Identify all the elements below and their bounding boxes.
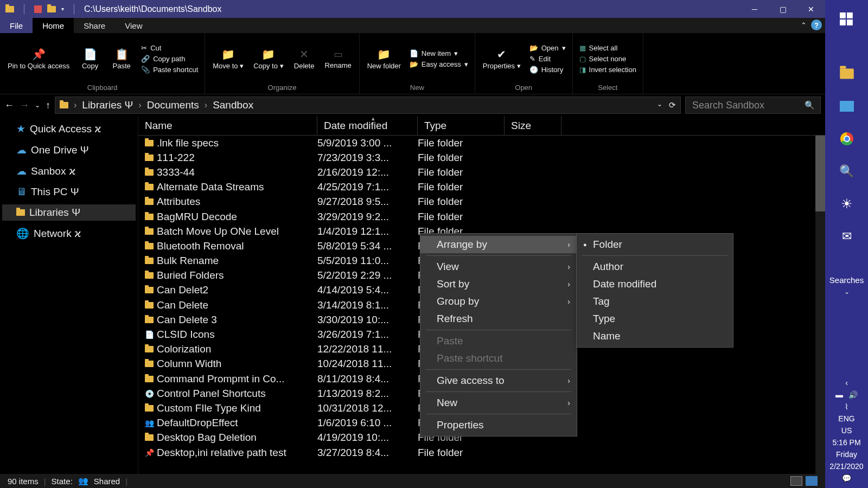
tray-time[interactable]: 5:16 PM [832, 438, 860, 447]
rename-button[interactable]: ▭Rename [322, 35, 355, 82]
file-row[interactable]: BagMRU Decode3/29/2019 9:2...File folder [138, 209, 825, 224]
taskbar-explorer[interactable] [832, 59, 862, 89]
select-none-button[interactable]: ▢Select none [577, 54, 639, 63]
start-button[interactable] [832, 4, 862, 35]
tree-this-pc[interactable]: 🖥This PC Ψ [2, 184, 136, 200]
view-details-button[interactable] [790, 476, 802, 486]
sub-author[interactable]: Author [577, 258, 733, 275]
status-item-count: 90 items [8, 477, 39, 486]
taskbar-searches-label[interactable]: Searches [829, 275, 864, 285]
easy-access-button[interactable]: 📂Easy access ▾ [407, 60, 470, 69]
cut-button[interactable]: ✂Cut [139, 43, 200, 53]
open-button[interactable]: 📂Open ▾ [527, 43, 568, 53]
edit-button[interactable]: ✎Edit [527, 54, 568, 63]
delete-button[interactable]: ✕Delete [290, 35, 318, 82]
wifi-icon[interactable]: ⌇ [845, 402, 848, 411]
file-row[interactable]: 111-2227/23/2019 3:3...File folder [138, 150, 825, 165]
search-input[interactable]: Search Sandbox 🔍 [685, 97, 821, 114]
properties-button[interactable]: ✔Properties ▾ [480, 35, 524, 82]
sub-date-modified[interactable]: Date modified [577, 275, 733, 293]
action-center-icon[interactable]: 💬 [842, 474, 851, 483]
ctx-sort-by[interactable]: Sort by› [420, 275, 577, 293]
select-all-button[interactable]: ▦Select all [577, 43, 639, 53]
tray-back-icon[interactable]: ‹ [845, 378, 848, 387]
file-row[interactable]: Alternate Data Streams4/25/2019 7:1...Fi… [138, 180, 825, 195]
forward-button[interactable]: → [20, 100, 29, 111]
ctx-view[interactable]: View› [420, 258, 577, 275]
tray-day[interactable]: Friday [836, 450, 857, 459]
crumb-libraries[interactable]: Libraries Ψ [82, 99, 133, 111]
column-header-type[interactable]: Type [418, 116, 505, 135]
history-button[interactable]: 🕘History [527, 65, 568, 74]
file-row[interactable]: Attributes9/27/2018 9:5...File folder [138, 195, 825, 209]
ctx-arrange-by[interactable]: Arrange by› [420, 236, 577, 253]
tree-onedrive[interactable]: ☁One Drive Ψ [2, 142, 136, 158]
tab-home[interactable]: Home [33, 18, 74, 33]
tree-libraries[interactable]: Libraries Ψ [2, 204, 136, 221]
ctx-properties[interactable]: Properties [420, 416, 577, 434]
ctx-group-by[interactable]: Group by› [420, 293, 577, 310]
file-row[interactable]: 📌Desktop,ini relative path test3/27/2019… [138, 445, 825, 460]
move-to-button[interactable]: 📁Move to ▾ [209, 35, 247, 82]
taskbar-chrome[interactable] [832, 124, 862, 154]
column-header-size[interactable]: Size [505, 116, 561, 135]
taskbar-app-1[interactable] [832, 91, 862, 121]
qat-dropdown[interactable]: ▾ [61, 6, 64, 12]
battery-icon[interactable]: ▬ [835, 390, 843, 399]
copy-to-button[interactable]: 📁Copy to ▾ [250, 35, 286, 82]
sub-name[interactable]: Name [577, 328, 733, 345]
tray-lang1[interactable]: ENG [838, 414, 854, 423]
column-header-name[interactable]: Name [138, 116, 317, 135]
taskbar-collapse-icon[interactable]: ⌄ [844, 288, 850, 296]
file-row[interactable]: 3333-442/16/2019 12:...File folder [138, 165, 825, 179]
pin-quick-access-button[interactable]: 📌Pin to Quick access [4, 35, 73, 82]
scrollbar-thumb[interactable] [815, 136, 825, 211]
sub-tag[interactable]: Tag [577, 293, 733, 310]
crumb-documents[interactable]: Documents [147, 99, 199, 111]
qat-icon-2[interactable] [47, 6, 56, 12]
sub-type[interactable]: Type [577, 310, 733, 328]
invert-selection-button[interactable]: ◨Invert selection [577, 65, 639, 74]
address-dropdown-button[interactable]: ⌄ [657, 100, 662, 110]
tree-quick-access[interactable]: ★Quick Access ϰ [2, 120, 136, 137]
taskbar-mail[interactable]: ✉ [832, 221, 862, 252]
ctx-give-access[interactable]: Give access to› [420, 372, 577, 389]
copy-button[interactable]: 📄Copy [76, 35, 104, 82]
qat-icon-1[interactable] [34, 5, 42, 13]
column-header-date[interactable]: Date modified [317, 116, 418, 135]
tab-view[interactable]: View [115, 18, 152, 33]
tray-lang2[interactable]: US [841, 426, 852, 435]
paste-button[interactable]: 📋Paste [107, 35, 136, 82]
new-folder-button[interactable]: 📁New folder [364, 35, 404, 82]
file-row[interactable]: .lnk file specs5/9/2019 3:00 ...File fol… [138, 136, 825, 150]
refresh-button[interactable]: ⟳ [669, 100, 676, 110]
address-bar[interactable]: › Libraries Ψ › Documents › Sandbox ⌄ ⟳ [55, 97, 681, 114]
folder-icon[interactable] [5, 6, 14, 12]
view-thumbnails-button[interactable] [806, 476, 818, 486]
sub-folder[interactable]: ●Folder [577, 236, 733, 253]
new-item-button[interactable]: 📄New item ▾ [407, 49, 470, 58]
volume-icon[interactable]: 🔊 [848, 390, 858, 399]
up-button[interactable]: ↑ [46, 100, 50, 111]
tab-share[interactable]: Share [74, 18, 115, 33]
ctx-refresh[interactable]: Refresh [420, 310, 577, 328]
scrollbar[interactable] [815, 136, 825, 474]
close-button[interactable]: ✕ [797, 0, 825, 18]
tray-date[interactable]: 2/21/2020 [829, 462, 863, 471]
recent-locations-button[interactable]: ⌄ [35, 101, 40, 109]
copy-path-button[interactable]: 🔗Copy path [139, 54, 200, 63]
maximize-button[interactable]: ▢ [769, 0, 797, 18]
pin-icon: 📌 [145, 448, 154, 457]
tree-sanbox[interactable]: ☁Sanbox ϰ [2, 163, 136, 179]
minimize-button[interactable]: ─ [741, 0, 769, 18]
taskbar-search[interactable]: 🔍 [832, 156, 862, 187]
ribbon-collapse-icon[interactable]: ⌃ [801, 21, 807, 29]
tree-network[interactable]: 🌐Network ϰ [2, 225, 136, 242]
paste-shortcut-button[interactable]: 📎Paste shortcut [139, 65, 200, 74]
help-icon[interactable]: ? [811, 20, 822, 30]
tab-file[interactable]: File [0, 18, 33, 33]
ctx-new[interactable]: New› [420, 394, 577, 412]
taskbar-settings[interactable]: ☀ [832, 189, 862, 219]
back-button[interactable]: ← [4, 100, 14, 111]
crumb-sandbox[interactable]: Sandbox [213, 99, 253, 111]
